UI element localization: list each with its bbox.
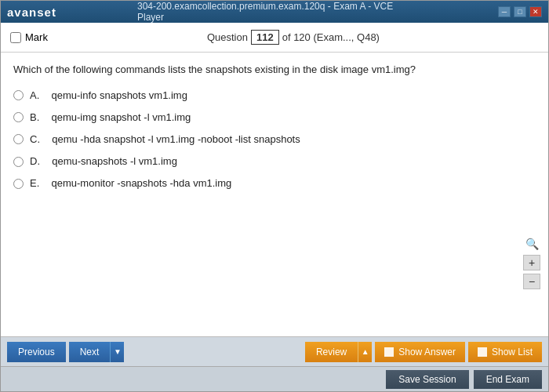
show-answer-button[interactable]: Show Answer [375, 342, 465, 362]
answer-option-c[interactable]: C. qemu -hda snapshot -l vm1.img -noboot… [13, 132, 536, 147]
window-title: 304-200.examcollection.premium.exam.120q… [137, 1, 412, 23]
radio-d[interactable] [13, 157, 24, 167]
app-logo: avanset [7, 5, 56, 19]
option-c-text: qemu -hda snapshot -l vm1.img -noboot -l… [52, 132, 300, 147]
show-answer-group: Show Answer [375, 342, 465, 362]
window-controls: ─ □ ✕ [498, 6, 542, 17]
show-list-icon [478, 347, 487, 357]
maximize-button[interactable]: □ [514, 6, 526, 17]
end-exam-button[interactable]: End Exam [474, 370, 542, 389]
answer-option-a[interactable]: A. qemu-info snapshots vm1.img [13, 89, 536, 103]
bottom-navigation: Previous Next ▼ Review ▲ Show Answer Sho… [1, 336, 548, 366]
option-d-label: D. [30, 154, 45, 169]
search-icon[interactable]: 🔍 [524, 236, 540, 252]
option-e-text: qemu-monitor -snapshots -hda vm1.img [52, 176, 232, 191]
app-window: avanset 304-200.examcollection.premium.e… [0, 0, 549, 392]
review-dropdown-button[interactable]: ▲ [358, 342, 372, 362]
question-text: Which of the following commands lists th… [13, 62, 536, 78]
show-list-button[interactable]: Show List [468, 342, 542, 362]
previous-button[interactable]: Previous [7, 342, 66, 362]
answer-option-d[interactable]: D. qemu-snapshots -l vm1.img [13, 154, 536, 169]
option-a-label: A. [30, 89, 45, 103]
show-list-group: Show List [468, 342, 542, 362]
next-button-group: Next ▼ [69, 342, 125, 362]
question-header: Mark Question 112 of 120 (Exam..., Q48) [1, 23, 548, 53]
minimize-button[interactable]: ─ [498, 6, 511, 17]
review-button[interactable]: Review [305, 342, 358, 362]
zoom-in-button[interactable]: + [523, 255, 540, 270]
answer-option-e[interactable]: E. qemu-monitor -snapshots -hda vm1.img [13, 176, 536, 191]
next-button[interactable]: Next [69, 342, 111, 362]
footer-bar: Save Session End Exam [1, 366, 548, 391]
mark-label[interactable]: Mark [10, 31, 48, 43]
option-b-label: B. [30, 111, 45, 125]
show-answer-icon [384, 347, 394, 357]
title-bar: avanset 304-200.examcollection.premium.e… [1, 1, 548, 23]
next-dropdown-button[interactable]: ▼ [110, 342, 124, 362]
question-number: 112 [251, 30, 279, 45]
option-e-label: E. [30, 176, 45, 191]
radio-a[interactable] [13, 90, 24, 100]
option-d-text: qemu-snapshots -l vm1.img [52, 154, 177, 169]
zoom-controls: 🔍 + − [523, 236, 540, 289]
option-b-text: qemu-img snapshot -l vm1.img [52, 111, 191, 125]
radio-e[interactable] [13, 179, 24, 189]
previous-button-group: Previous [7, 342, 66, 362]
option-c-label: C. [30, 132, 45, 147]
review-button-group: Review ▲ [305, 342, 372, 362]
save-session-button[interactable]: Save Session [386, 370, 468, 389]
zoom-out-button[interactable]: − [523, 274, 540, 289]
mark-checkbox[interactable] [10, 32, 21, 43]
close-button[interactable]: ✕ [529, 6, 542, 17]
question-info: Question 112 of 120 (Exam..., Q48) [207, 30, 380, 45]
content-area: Which of the following commands lists th… [1, 53, 548, 336]
radio-b[interactable] [13, 112, 24, 122]
option-a-text: qemu-info snapshots vm1.img [52, 89, 187, 103]
answer-option-b[interactable]: B. qemu-img snapshot -l vm1.img [13, 111, 536, 125]
radio-c[interactable] [13, 134, 24, 144]
